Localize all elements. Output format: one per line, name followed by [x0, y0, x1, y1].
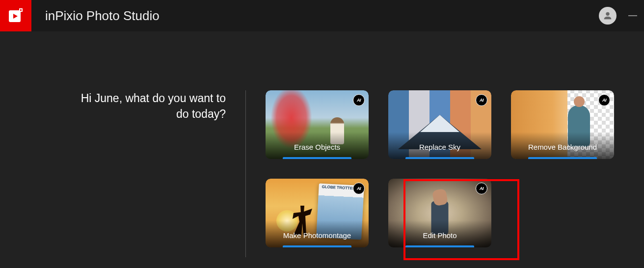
card-label: Replace Sky [388, 143, 491, 151]
card-accent-bar [283, 157, 351, 159]
app-logo[interactable] [0, 0, 31, 31]
ai-badge-icon: AI [353, 94, 365, 106]
app-title: inPixio Photo Studio [45, 8, 160, 24]
card-accent-bar [405, 245, 474, 247]
main-content: Hi June, what do you want to do today? A… [0, 31, 644, 257]
card-erase-objects[interactable]: AI Erase Objects [266, 90, 369, 159]
card-label: Make Photomontage [266, 231, 369, 240]
greeting-text: Hi June, what do you want to do today? [69, 90, 245, 257]
ai-badge-icon: AI [598, 94, 610, 106]
user-avatar-button[interactable] [599, 7, 617, 25]
card-label: Edit Photo [388, 231, 491, 240]
card-label: Erase Objects [266, 143, 369, 151]
ai-badge-icon: AI [353, 183, 365, 194]
card-accent-bar [405, 157, 474, 159]
person-icon [602, 10, 613, 21]
card-replace-sky[interactable]: AI Replace Sky [388, 90, 491, 159]
card-edit-photo[interactable]: AI Edit Photo [388, 179, 491, 247]
logo-icon [7, 7, 24, 24]
card-remove-background[interactable]: AI Remove Background [511, 90, 614, 159]
minimize-icon[interactable] [628, 15, 637, 16]
ai-badge-icon: AI [476, 94, 487, 106]
ai-badge-icon: AI [476, 183, 487, 194]
card-accent-bar [283, 245, 351, 247]
svg-point-3 [606, 12, 609, 16]
card-accent-bar [528, 157, 597, 159]
vertical-divider [245, 90, 246, 257]
card-make-photomontage[interactable]: GLOBE TROTTER AI Make Photomontage [266, 179, 369, 247]
card-label: Remove Background [511, 143, 614, 151]
header-actions [599, 7, 637, 25]
svg-rect-2 [20, 9, 22, 11]
app-header: inPixio Photo Studio [0, 0, 644, 31]
action-cards-grid: AI Erase Objects AI Replace Sky AI Remov… [266, 90, 614, 257]
